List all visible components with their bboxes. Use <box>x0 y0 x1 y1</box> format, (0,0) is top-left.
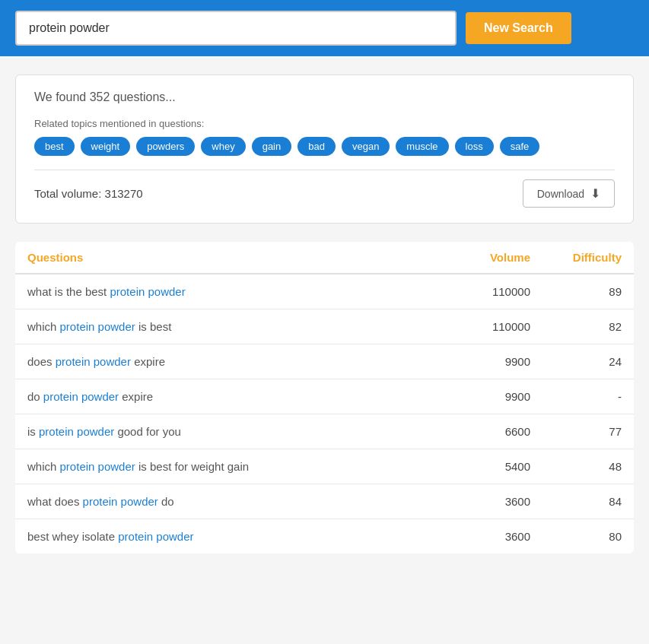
download-button[interactable]: Download ⬇ <box>523 179 615 208</box>
search-input[interactable] <box>15 11 457 46</box>
table-header: Questions Volume Difficulty <box>15 242 634 274</box>
cell-difficulty: - <box>530 390 622 403</box>
question-text: what is the best protein powder <box>27 285 439 298</box>
question-text: is protein powder good for you <box>27 425 439 438</box>
highlight-word: protein <box>39 425 74 438</box>
cell-volume: 9900 <box>439 390 530 403</box>
tag-muscle[interactable]: muscle <box>396 137 448 156</box>
highlight-word: powder <box>94 355 131 368</box>
question-text: what does protein powder do <box>27 495 439 508</box>
related-label: Related topics mentioned in questions: <box>34 118 615 129</box>
cell-difficulty: 89 <box>530 285 622 298</box>
cell-volume: 110000 <box>439 285 530 298</box>
highlight-word: protein <box>110 285 145 298</box>
cell-difficulty: 24 <box>530 355 622 368</box>
tag-powders[interactable]: powders <box>136 137 195 156</box>
results-table: Questions Volume Difficulty what is the … <box>15 242 634 554</box>
tag-gain[interactable]: gain <box>252 137 292 156</box>
highlight-word: protein <box>56 355 91 368</box>
divider <box>34 170 615 170</box>
tags-container: bestweightpowderswheygainbadveganmusclel… <box>34 137 615 156</box>
question-text: does protein powder expire <box>27 355 439 368</box>
highlight-word: powder <box>148 285 185 298</box>
tag-bad[interactable]: bad <box>297 137 336 156</box>
table-row[interactable]: what does protein powder do360084 <box>15 484 634 519</box>
table-row[interactable]: which protein powder is best11000082 <box>15 309 634 344</box>
cell-volume: 3600 <box>439 530 530 543</box>
highlight-word: powder <box>156 530 193 543</box>
table-row[interactable]: does protein powder expire990024 <box>15 344 634 379</box>
question-text: best whey isolate protein powder <box>27 530 439 543</box>
tag-vegan[interactable]: vegan <box>342 137 390 156</box>
cell-volume: 6600 <box>439 425 530 438</box>
question-text: which protein powder is best <box>27 320 439 333</box>
info-card: We found 352 questions... Related topics… <box>15 75 634 224</box>
cell-difficulty: 48 <box>530 460 622 473</box>
cell-volume: 110000 <box>439 320 530 333</box>
download-icon: ⬇ <box>590 186 600 201</box>
download-label: Download <box>537 188 584 200</box>
highlight-word: powder <box>98 320 135 333</box>
col-difficulty-header: Difficulty <box>530 251 622 264</box>
highlight-word: powder <box>81 390 119 403</box>
header: New Search <box>0 0 649 56</box>
tag-loss[interactable]: loss <box>455 137 494 156</box>
cell-difficulty: 80 <box>530 530 622 543</box>
cell-volume: 3600 <box>439 495 530 508</box>
table-body: what is the best protein powder11000089w… <box>15 274 634 554</box>
cell-difficulty: 77 <box>530 425 622 438</box>
volume-row: Total volume: 313270 Download ⬇ <box>34 179 615 208</box>
highlight-word: protein <box>60 320 95 333</box>
table-row[interactable]: which protein powder is best for weight … <box>15 449 634 484</box>
table-row[interactable]: best whey isolate protein powder360080 <box>15 519 634 554</box>
tag-best[interactable]: best <box>34 137 75 156</box>
total-volume: Total volume: 313270 <box>34 187 143 200</box>
highlight-word: powder <box>77 425 114 438</box>
question-text: which protein powder is best for weight … <box>27 460 439 473</box>
tag-whey[interactable]: whey <box>201 137 245 156</box>
cell-difficulty: 84 <box>530 495 622 508</box>
table-row[interactable]: do protein powder expire9900- <box>15 379 634 414</box>
question-text: do protein powder expire <box>27 390 439 403</box>
table-row[interactable]: what is the best protein powder11000089 <box>15 274 634 309</box>
col-volume-header: Volume <box>439 251 530 264</box>
cell-volume: 9900 <box>439 355 530 368</box>
cell-difficulty: 82 <box>530 320 622 333</box>
main-content: We found 352 questions... Related topics… <box>0 56 649 572</box>
highlight-word: protein <box>60 460 95 473</box>
tag-safe[interactable]: safe <box>500 137 540 156</box>
new-search-button[interactable]: New Search <box>466 12 571 44</box>
highlight-word: powder <box>121 495 158 508</box>
found-text: We found 352 questions... <box>34 90 615 104</box>
highlight-word: protein <box>83 495 118 508</box>
cell-volume: 5400 <box>439 460 530 473</box>
highlight-word: powder <box>98 460 135 473</box>
table-row[interactable]: is protein powder good for you660077 <box>15 414 634 449</box>
tag-weight[interactable]: weight <box>81 137 131 156</box>
col-questions-header: Questions <box>27 251 439 264</box>
highlight-word: protein <box>43 390 78 403</box>
highlight-word: protein <box>118 530 153 543</box>
